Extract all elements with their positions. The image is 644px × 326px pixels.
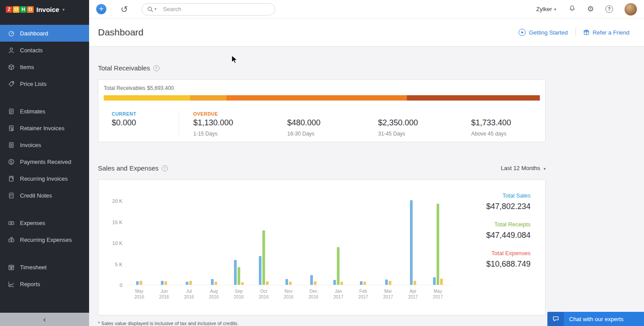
retainer-invoice-icon: [8, 125, 15, 132]
bar-sales: [211, 279, 214, 285]
sidebar-item-price-lists[interactable]: Price Lists: [0, 75, 89, 92]
chart-bar-group: [351, 201, 375, 285]
bar-sales: [186, 282, 188, 285]
chart-bar-group: [401, 201, 425, 285]
bar-expenses: [289, 282, 292, 285]
user-avatar[interactable]: [624, 3, 637, 16]
logo-letter: Z: [6, 6, 12, 13]
organization-selector[interactable]: Zylker ▾: [536, 6, 556, 12]
bar-expenses: [241, 282, 244, 285]
total-expenses-block: Total Expenses $10,688.749: [486, 250, 531, 269]
help-icon[interactable]: ?: [153, 65, 160, 71]
total-sales-label: Total Sales: [486, 192, 531, 199]
date-range-label: Last 12 Months: [501, 165, 540, 171]
spacer-label: [378, 111, 471, 117]
x-tick-label: Oct2016: [251, 288, 276, 300]
plus-icon: +: [99, 4, 104, 13]
sidebar-item-invoices[interactable]: Invoices: [0, 136, 89, 153]
sales-footnote: * Sales value displayed is inclusive of …: [98, 321, 546, 326]
bar-expenses: [440, 279, 443, 285]
receivables-segment-31-45-days: [226, 95, 406, 101]
sidebar-item-label: Dashboard: [20, 30, 48, 37]
help-icon[interactable]: ?: [162, 165, 168, 171]
sidebar-item-recurring-invoices[interactable]: Recurring Invoices: [0, 170, 89, 187]
recent-history-button[interactable]: ↺: [121, 5, 128, 14]
expense-banknote-icon: [8, 220, 15, 226]
x-tick-label: Dec2016: [301, 288, 326, 300]
bar-sales: [259, 256, 262, 285]
sidebar-item-reports[interactable]: Reports: [0, 276, 89, 292]
sidebar-collapse-button[interactable]: ‹: [0, 313, 89, 326]
receivables-column-current: CURRENT $0.000: [112, 111, 179, 136]
bar-sales: [433, 277, 436, 285]
items-icon: [8, 64, 15, 70]
y-tick-label: 5 K: [115, 262, 122, 267]
chevron-down-icon[interactable]: ▾: [62, 7, 65, 12]
sidebar-item-expenses[interactable]: Expenses: [0, 214, 89, 231]
chart-bar-group: [376, 201, 401, 285]
bar-expenses: [164, 281, 167, 285]
logo-letter: H: [20, 6, 27, 13]
getting-started-link[interactable]: ▶ Getting Started: [519, 29, 567, 36]
receivables-section-head: Total Receivables ?: [98, 64, 546, 72]
search-filter-chevron-icon[interactable]: ▾: [155, 7, 156, 11]
play-icon: ▶: [519, 29, 526, 36]
reports-chart-icon: [8, 281, 15, 287]
sidebar-item-items[interactable]: Items: [0, 58, 89, 75]
bar-expenses: [189, 281, 192, 285]
sidebar-item-estimates[interactable]: Estimates: [0, 103, 89, 120]
sidebar-item-credit-notes[interactable]: Credit Notes: [0, 187, 89, 204]
page-header: Dashboard ▶ Getting Started Refer a Frie…: [89, 19, 644, 47]
receivables-segment-above-45-days: [407, 95, 540, 101]
date-range-selector[interactable]: Last 12 Months ▾: [501, 165, 546, 171]
sales-section-head: Sales and Expenses ? Last 12 Months ▾: [98, 164, 546, 172]
receivables-column-31-45: $2,350.000 31-45 Days: [378, 111, 471, 136]
org-logo[interactable]: Z O H O Invoice ▾: [0, 0, 89, 19]
dashboard-content: Total Receivables ? Total Receivables$5,…: [89, 47, 644, 326]
current-sub: [112, 131, 179, 136]
bar-sales: [410, 200, 413, 285]
sidebar-item-recurring-expenses[interactable]: Recurring Expenses: [0, 231, 89, 248]
sidebar-item-label: Timesheet: [20, 264, 47, 271]
total-expenses-amount: $10,688.749: [486, 260, 531, 269]
credit-note-icon: [8, 192, 15, 199]
search-box: ▾: [141, 3, 275, 16]
x-tick-label: Jul2016: [176, 288, 201, 300]
organization-name: Zylker: [536, 6, 552, 12]
x-tick-label: Aug2016: [201, 288, 226, 300]
overdue-range-above-45: Above 45 days: [471, 131, 540, 136]
question-icon: ?: [605, 5, 613, 13]
sidebar-item-payments-received[interactable]: Payments Received: [0, 153, 89, 170]
receivables-column-16-30: $480.000 16-30 Days: [287, 111, 378, 136]
sidebar-item-retainer-invoices[interactable]: Retainer Invoices: [0, 120, 89, 136]
topbar: + ↺ ▾ Zylker ▾ ⚙ ?: [89, 0, 644, 19]
sidebar-nav: Dashboard Contacts Items Price Lists Est…: [0, 19, 89, 313]
x-tick-label: Mar2017: [376, 288, 401, 300]
bar-expenses: [314, 281, 316, 285]
sidebar-item-contacts[interactable]: Contacts: [0, 42, 89, 58]
search-input[interactable]: [141, 3, 275, 16]
sidebar-item-timesheet[interactable]: Timesheet: [0, 259, 89, 276]
total-sales-block: Total Sales $47,802.234: [486, 192, 531, 211]
chart-y-axis: 05 K10 K15 K20 K: [109, 201, 127, 285]
receivables-column-1-15: OVERDUE $1,130.000 1-15 Days: [193, 111, 287, 136]
notifications-button[interactable]: [569, 5, 576, 14]
sidebar-item-label: Contacts: [20, 47, 43, 54]
bar-receipts: [337, 247, 340, 285]
y-tick-label: 0: [120, 283, 122, 288]
sidebar-item-label: Invoices: [20, 142, 41, 148]
price-tag-icon: [8, 81, 15, 87]
refer-a-friend-link[interactable]: Refer a Friend: [583, 29, 629, 36]
x-tick-label: Feb2017: [351, 288, 375, 300]
chat-with-experts-button[interactable]: Chat with our experts: [547, 312, 644, 326]
sidebar-item-dashboard[interactable]: Dashboard: [0, 25, 89, 42]
chart-summary-panel: Total Sales $47,802.234 Total Receipts $…: [486, 192, 531, 279]
quick-create-button[interactable]: +: [96, 4, 106, 14]
settings-button[interactable]: ⚙: [587, 5, 594, 13]
search-icon: [147, 6, 153, 14]
total-sales-amount: $47,802.234: [486, 202, 531, 211]
page-title: Dashboard: [98, 27, 144, 38]
chart-bar-group: [301, 201, 326, 285]
help-button[interactable]: ?: [605, 5, 613, 13]
chart-bar-group: [226, 201, 251, 285]
